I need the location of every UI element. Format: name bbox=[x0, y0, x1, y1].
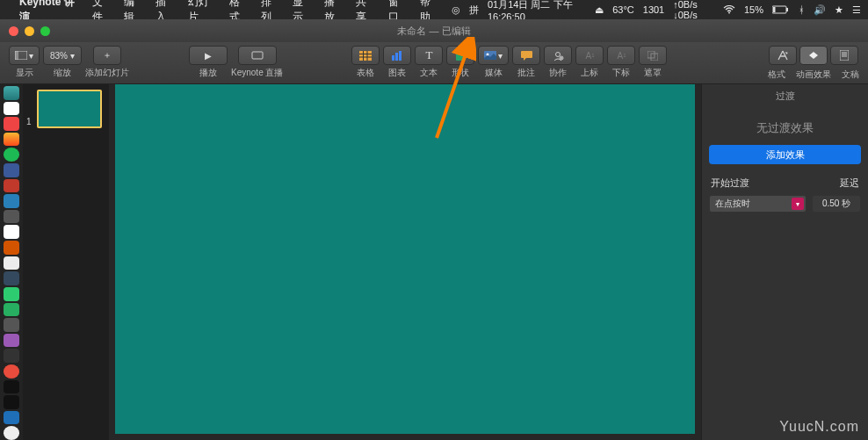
add-slide-button[interactable]: ＋ bbox=[93, 46, 121, 65]
star-icon[interactable]: ★ bbox=[835, 4, 843, 16]
input-method-icon[interactable]: 拼 bbox=[469, 4, 479, 17]
battery-icon[interactable] bbox=[772, 5, 790, 14]
wifi-icon[interactable] bbox=[723, 5, 735, 14]
document-label: 文稿 bbox=[842, 69, 859, 81]
slide-canvas[interactable] bbox=[109, 84, 701, 440]
svg-rect-6 bbox=[252, 52, 263, 59]
keynote-live-label: Keynote 直播 bbox=[231, 67, 283, 79]
svg-rect-2 bbox=[786, 8, 788, 11]
add-effect-button[interactable]: 添加效果 bbox=[709, 145, 861, 164]
document-title: 未命名 — 已编辑 bbox=[397, 25, 470, 38]
slide-navigator[interactable]: 1 bbox=[23, 84, 109, 440]
dock-app-icon[interactable] bbox=[4, 380, 19, 394]
svg-rect-17 bbox=[521, 51, 532, 58]
dock-app-icon[interactable] bbox=[4, 426, 19, 440]
animate-tab[interactable] bbox=[799, 46, 828, 65]
temp-reading: 63°C bbox=[612, 4, 634, 15]
dock-app-icon[interactable] bbox=[4, 148, 19, 162]
shape-button[interactable] bbox=[446, 46, 474, 65]
delay-label: 延迟 bbox=[840, 177, 859, 190]
no-transition-label: 无过渡效果 bbox=[702, 108, 868, 145]
slide-number: 1 bbox=[26, 117, 32, 126]
dock-app-icon[interactable] bbox=[4, 117, 19, 131]
dock-app-icon[interactable] bbox=[4, 256, 19, 270]
dock-app-icon[interactable] bbox=[4, 102, 19, 116]
play-button[interactable]: ▶ bbox=[189, 46, 228, 65]
menubar-status-area: ◎ 拼 01月14日 周二 下午16:26:50 ⏏ 63°C 1301 ↑0B… bbox=[452, 0, 861, 22]
subscript-label: 下标 bbox=[612, 67, 630, 79]
zoom-label: 缩放 bbox=[54, 67, 71, 79]
shape-label: 形状 bbox=[452, 67, 469, 79]
media-label: 媒体 bbox=[485, 67, 503, 79]
slide-preview bbox=[37, 90, 102, 128]
clock[interactable]: 01月14日 周二 下午16:26:50 bbox=[488, 0, 586, 22]
svg-rect-12 bbox=[392, 55, 394, 61]
spotlight-icon[interactable]: ☰ bbox=[852, 4, 861, 16]
svg-rect-13 bbox=[395, 53, 398, 61]
watermark: YuucN.com bbox=[779, 419, 859, 435]
format-label: 格式 bbox=[768, 69, 785, 81]
dock-app-icon[interactable] bbox=[4, 225, 19, 239]
subscript-button[interactable]: A1 bbox=[607, 46, 635, 65]
status-icon[interactable]: ◎ bbox=[452, 4, 460, 16]
dock-app-icon[interactable] bbox=[4, 395, 19, 409]
minimize-button[interactable] bbox=[25, 26, 34, 36]
add-slide-label: 添加幻灯片 bbox=[85, 67, 129, 79]
bluetooth-icon[interactable]: ᚼ bbox=[799, 4, 805, 15]
inspector-section-title: 过渡 bbox=[702, 84, 868, 108]
toolbar: ▾ 显示 83%▾ 缩放 ＋ 添加幻灯片 ▶ 播放 Keynote 直播 表格 … bbox=[0, 42, 868, 84]
dock-app-icon[interactable] bbox=[4, 194, 19, 208]
mask-label: 遮罩 bbox=[644, 67, 662, 79]
close-button[interactable] bbox=[9, 26, 18, 36]
keynote-live-button[interactable] bbox=[238, 46, 277, 65]
dock-app-icon[interactable] bbox=[4, 334, 19, 348]
dock-app-icon[interactable] bbox=[4, 349, 19, 363]
view-button[interactable]: ▾ bbox=[9, 46, 40, 65]
svg-rect-5 bbox=[15, 51, 18, 60]
slide-thumbnail[interactable]: 1 bbox=[28, 90, 104, 128]
dock-app-icon[interactable] bbox=[4, 241, 19, 255]
dock-app-icon[interactable] bbox=[4, 303, 19, 317]
collaborate-button[interactable] bbox=[544, 46, 572, 65]
table-button[interactable] bbox=[351, 46, 380, 65]
document-tab[interactable] bbox=[830, 46, 858, 65]
dock-app-icon[interactable] bbox=[4, 133, 19, 147]
comment-label: 批注 bbox=[517, 67, 535, 79]
superscript-label: 上标 bbox=[581, 67, 598, 79]
dock-app-icon[interactable] bbox=[4, 364, 19, 379]
current-slide[interactable] bbox=[115, 84, 695, 434]
dock-app-icon[interactable] bbox=[4, 411, 19, 425]
media-button[interactable]: ▾ bbox=[478, 46, 509, 65]
chart-button[interactable] bbox=[383, 46, 411, 65]
dock-app-icon[interactable] bbox=[4, 179, 19, 193]
macos-menubar: Keynote 讲演 文件 编辑 插入 幻灯片 格式 排列 显示 播放 共享 窗… bbox=[0, 0, 868, 19]
dock-app-icon[interactable] bbox=[4, 287, 19, 301]
dock-app-icon[interactable] bbox=[4, 86, 19, 100]
svg-rect-7 bbox=[359, 51, 372, 61]
text-button[interactable]: T bbox=[415, 46, 443, 65]
delay-field[interactable]: 0.50 秒 bbox=[812, 195, 861, 213]
battery-pct: 15% bbox=[744, 4, 763, 15]
comment-button[interactable] bbox=[512, 46, 540, 65]
start-transition-select[interactable]: 在点按时 ▾ bbox=[709, 195, 807, 213]
zoom-button[interactable] bbox=[40, 26, 50, 36]
chart-label: 图表 bbox=[388, 67, 406, 79]
volume-icon[interactable]: 🔊 bbox=[814, 4, 826, 16]
zoom-select[interactable]: 83%▾ bbox=[43, 46, 82, 65]
superscript-button[interactable]: A1 bbox=[575, 46, 604, 65]
play-label: 播放 bbox=[199, 67, 217, 79]
mask-button[interactable] bbox=[639, 46, 667, 65]
inspector-panel: 过渡 无过渡效果 添加效果 开始过渡 延迟 在点按时 ▾ 0.50 秒 bbox=[701, 84, 868, 440]
dropdown-caret-icon: ▾ bbox=[792, 198, 804, 210]
svg-rect-24 bbox=[840, 50, 849, 61]
format-tab[interactable] bbox=[769, 46, 797, 65]
view-label: 显示 bbox=[16, 67, 33, 79]
dock-app-icon[interactable] bbox=[4, 163, 19, 177]
macos-dock bbox=[0, 84, 23, 440]
collaborate-label: 协作 bbox=[549, 67, 567, 79]
dock-app-icon[interactable] bbox=[4, 271, 19, 285]
dock-app-icon[interactable] bbox=[4, 318, 19, 332]
svg-point-0 bbox=[728, 12, 730, 14]
dock-app-icon[interactable] bbox=[4, 210, 19, 224]
screen-mirror-icon[interactable]: ⏏ bbox=[595, 4, 604, 16]
